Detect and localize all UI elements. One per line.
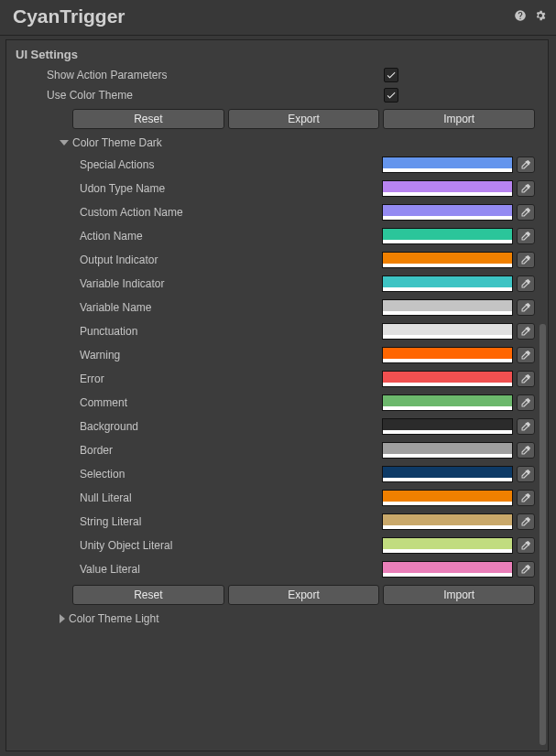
eyedropper-icon[interactable]: [517, 418, 535, 435]
color-label: Unity Object Literal: [6, 539, 382, 552]
color-label: Border: [6, 444, 382, 457]
alpha-bar: [383, 216, 512, 220]
color-row: Variable Name: [6, 296, 548, 319]
eyedropper-icon[interactable]: [517, 513, 535, 530]
alpha-bar: [383, 502, 512, 505]
color-field[interactable]: [382, 371, 513, 387]
color-field[interactable]: [382, 180, 513, 197]
color-field[interactable]: [382, 394, 513, 411]
color-swatch: [383, 157, 512, 168]
eyedropper-icon[interactable]: [517, 204, 535, 221]
color-swatch: [383, 419, 512, 430]
alpha-bar: [383, 168, 512, 172]
color-field[interactable]: [382, 323, 513, 340]
eyedropper-icon[interactable]: [517, 275, 535, 292]
eyedropper-icon[interactable]: [517, 537, 535, 554]
color-field[interactable]: [382, 347, 513, 363]
eyedropper-icon[interactable]: [517, 561, 535, 578]
color-field[interactable]: [382, 204, 513, 221]
color-label: Special Actions: [6, 158, 382, 171]
color-row: Value Literal: [6, 557, 548, 581]
eyedropper-icon[interactable]: [517, 490, 535, 506]
color-swatch: [383, 300, 512, 311]
color-theme-dark-label: Color Theme Dark: [72, 136, 162, 149]
eyedropper-icon[interactable]: [517, 252, 535, 268]
help-icon[interactable]: [514, 9, 527, 25]
alpha-bar: [383, 240, 512, 243]
show-action-parameters-row: Show Action Parameters: [6, 65, 548, 85]
eyedropper-icon[interactable]: [517, 347, 535, 363]
eyedropper-icon[interactable]: [517, 442, 535, 459]
alpha-bar: [383, 192, 512, 196]
eyedropper-icon[interactable]: [517, 371, 535, 387]
color-label: Warning: [6, 349, 382, 362]
color-field[interactable]: [382, 442, 513, 459]
color-row: Error: [6, 367, 548, 391]
export-button-bottom[interactable]: Export: [228, 585, 380, 605]
alpha-bar: [383, 549, 512, 553]
gear-icon[interactable]: [534, 9, 547, 25]
color-field[interactable]: [382, 537, 513, 554]
color-row: Custom Action Name: [6, 200, 548, 224]
alpha-bar: [383, 311, 512, 315]
color-field[interactable]: [382, 299, 513, 316]
content-panel: UI Settings Show Action Parameters Use C…: [5, 39, 549, 751]
chevron-down-icon: [60, 140, 69, 146]
color-swatch: [383, 348, 512, 359]
eyedropper-icon[interactable]: [517, 466, 535, 482]
reset-button[interactable]: Reset: [72, 109, 224, 129]
color-swatch: [383, 276, 512, 287]
color-row: Udon Type Name: [6, 177, 548, 200]
color-swatch: [383, 324, 512, 335]
eyedropper-icon[interactable]: [517, 299, 535, 316]
color-label: Custom Action Name: [6, 206, 382, 219]
show-action-parameters-checkbox[interactable]: [384, 68, 398, 82]
scrollbar[interactable]: [539, 40, 547, 751]
color-swatch: [383, 443, 512, 454]
alpha-bar: [383, 406, 512, 410]
color-label: Action Name: [6, 230, 382, 243]
color-field[interactable]: [382, 561, 513, 578]
color-swatch: [383, 229, 512, 240]
section-title: UI Settings: [6, 40, 548, 65]
color-theme-dark-foldout[interactable]: Color Theme Dark: [6, 133, 548, 153]
eyedropper-icon[interactable]: [517, 323, 535, 340]
color-row: Output Indicator: [6, 248, 548, 272]
import-button[interactable]: Import: [383, 109, 535, 129]
use-color-theme-checkbox[interactable]: [384, 88, 398, 103]
chevron-right-icon: [60, 614, 65, 623]
color-list: Special ActionsUdon Type NameCustom Acti…: [6, 153, 548, 581]
color-field[interactable]: [382, 157, 513, 173]
color-label: Null Literal: [6, 491, 382, 504]
color-swatch: [383, 205, 512, 216]
alpha-bar: [383, 264, 512, 267]
color-label: Variable Name: [6, 301, 382, 314]
scrollbar-thumb[interactable]: [540, 324, 546, 745]
color-row: String Literal: [6, 510, 548, 534]
color-row: Null Literal: [6, 486, 548, 510]
eyedropper-icon[interactable]: [517, 180, 535, 197]
eyedropper-icon[interactable]: [517, 228, 535, 244]
color-row: Border: [6, 438, 548, 462]
color-row: Action Name: [6, 224, 548, 248]
color-theme-light-foldout[interactable]: Color Theme Light: [6, 609, 548, 629]
color-field[interactable]: [382, 418, 513, 435]
color-row: Background: [6, 415, 548, 438]
color-field[interactable]: [382, 490, 513, 506]
alpha-bar: [383, 383, 512, 386]
color-field[interactable]: [382, 228, 513, 244]
color-field[interactable]: [382, 466, 513, 482]
color-row: Comment: [6, 391, 548, 415]
import-button-bottom[interactable]: Import: [383, 585, 535, 605]
color-field[interactable]: [382, 513, 513, 530]
color-field[interactable]: [382, 275, 513, 292]
button-row-top: Reset Export Import: [6, 105, 548, 133]
export-button[interactable]: Export: [228, 109, 380, 129]
eyedropper-icon[interactable]: [517, 157, 535, 173]
eyedropper-icon[interactable]: [517, 394, 535, 411]
button-row-bottom: Reset Export Import: [6, 581, 548, 609]
color-field[interactable]: [382, 252, 513, 268]
color-row: Special Actions: [6, 153, 548, 177]
reset-button-bottom[interactable]: Reset: [72, 585, 224, 605]
use-color-theme-row: Use Color Theme: [6, 85, 548, 105]
